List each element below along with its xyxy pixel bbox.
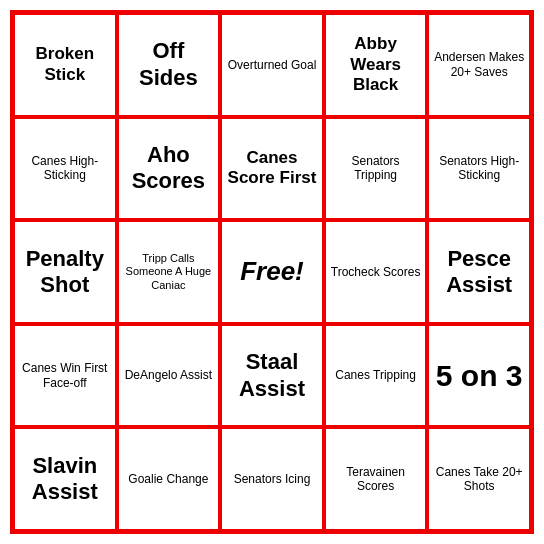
bingo-cell-r3c0: Canes Win First Face-off [13,324,117,428]
bingo-cell-r4c3: Teravainen Scores [324,427,428,531]
bingo-cell-r0c4: Andersen Makes 20+ Saves [427,13,531,117]
bingo-cell-r3c3: Canes Tripping [324,324,428,428]
bingo-cell-r0c3: Abby Wears Black [324,13,428,117]
bingo-cell-r4c1: Goalie Change [117,427,221,531]
bingo-cell-r1c2: Canes Score First [220,117,324,221]
bingo-cell-r2c1: Tripp Calls Someone A Huge Caniac [117,220,221,324]
bingo-board: Broken StickOff SidesOverturned GoalAbby… [10,10,534,534]
bingo-cell-r4c2: Senators Icing [220,427,324,531]
bingo-cell-r1c3: Senators Tripping [324,117,428,221]
bingo-cell-r4c0: Slavin Assist [13,427,117,531]
bingo-cell-r4c4: Canes Take 20+ Shots [427,427,531,531]
bingo-cell-r1c4: Senators High-Sticking [427,117,531,221]
bingo-cell-r3c4: 5 on 3 [427,324,531,428]
bingo-cell-r0c1: Off Sides [117,13,221,117]
bingo-cell-r0c0: Broken Stick [13,13,117,117]
bingo-cell-r3c1: DeAngelo Assist [117,324,221,428]
bingo-cell-r2c3: Trocheck Scores [324,220,428,324]
bingo-cell-r1c0: Canes High-Sticking [13,117,117,221]
bingo-cell-r2c0: Penalty Shot [13,220,117,324]
bingo-cell-r1c1: Aho Scores [117,117,221,221]
bingo-cell-r0c2: Overturned Goal [220,13,324,117]
bingo-cell-r2c4: Pesce Assist [427,220,531,324]
bingo-cell-r3c2: Staal Assist [220,324,324,428]
bingo-cell-r2c2: Free! [220,220,324,324]
